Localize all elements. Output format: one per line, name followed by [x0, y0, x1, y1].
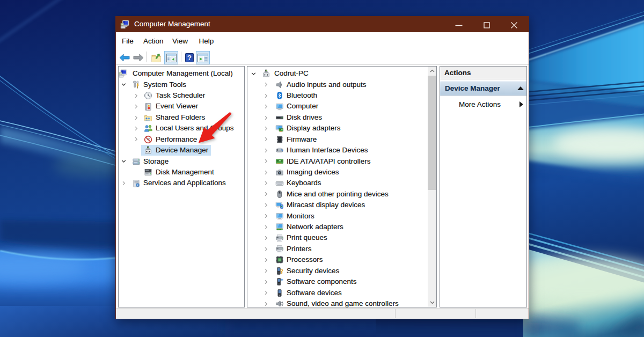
svg-text:?: ? [187, 54, 192, 62]
